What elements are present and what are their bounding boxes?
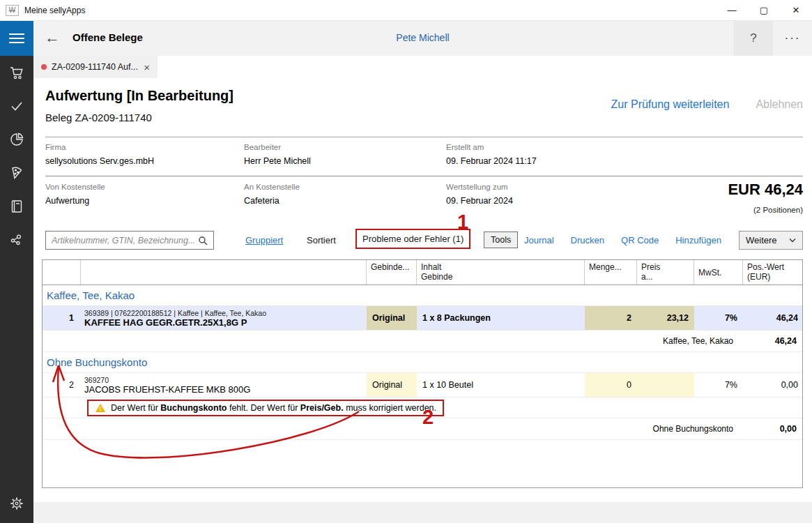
journal-link[interactable]: Journal [524, 235, 554, 245]
user-name[interactable]: Pete Michell [33, 32, 812, 43]
annotation-number-1: 1 [457, 211, 468, 234]
divider [45, 137, 803, 137]
document-total: EUR 46,24 [728, 181, 803, 199]
table-empty-area [43, 440, 802, 487]
chevron-down-icon [789, 238, 796, 243]
header-mwst[interactable]: MwSt. [694, 260, 743, 285]
pie-chart-icon[interactable] [0, 123, 33, 156]
field-wertstellung-zum: Wertstellung zum 09. Februar 2024 [446, 183, 513, 206]
item-meta: 369389 | 07622200188512 | Kaffee | Kaffe… [84, 309, 266, 317]
problems-filter-annotated[interactable]: Probleme oder Fehler (1) [355, 229, 470, 249]
table-row-2[interactable]: 2 369270 JACOBS FRUEHST-KAFFEE MKB 800G … [43, 373, 802, 397]
forward-for-review-button[interactable]: Zur Prüfung weiterleiten [611, 98, 730, 111]
position-count: (2 Positionen) [753, 206, 803, 214]
divider [45, 176, 803, 176]
tab-label: ZA-0209-111740 Auf... [52, 62, 138, 72]
header-gebinde[interactable]: Gebinde... [367, 260, 417, 285]
print-link[interactable]: Drucken [571, 235, 604, 245]
cell-preis[interactable] [637, 373, 694, 397]
more-actions-dropdown[interactable]: Weitere [739, 231, 803, 250]
header-cell-empty [43, 260, 81, 285]
app-window: W Meine sellyApps — ▢ ✕ [0, 0, 812, 523]
sidebar [0, 21, 33, 523]
article-search-input[interactable]: Artikelnummer, GTIN, Bezeichnung... [45, 231, 214, 250]
app-logo-icon: W [6, 5, 19, 16]
cart-icon[interactable] [0, 56, 33, 89]
pizza-icon[interactable] [0, 156, 33, 190]
cell-mwst: 7% [694, 306, 743, 330]
document-detail: Aufwertung [In Bearbeitung] Beleg ZA-020… [33, 78, 812, 523]
cell-gebinde[interactable]: Original [367, 373, 417, 397]
field-bearbeiter: Bearbeiter Herr Pete Michell [244, 143, 311, 166]
document-title: Aufwertung [In Bearbeitung] [45, 88, 233, 104]
sorted-toggle[interactable]: Sortiert [307, 235, 336, 245]
header-preis[interactable]: Preis a... [637, 260, 694, 285]
settings-gear-icon[interactable] [0, 488, 33, 519]
field-von-kostenstelle: Von Kostenstelle Aufwertung [45, 183, 105, 206]
annotation-number-2: 2 [422, 406, 434, 429]
window-titlebar: W Meine sellyApps — ▢ ✕ [0, 0, 812, 21]
close-button[interactable]: ✕ [780, 0, 812, 21]
group-header-ohne-buchungskonto[interactable]: Ohne Buchungskonto [43, 352, 802, 373]
hamburger-menu-icon[interactable] [0, 21, 33, 56]
check-icon[interactable] [0, 89, 33, 123]
header-pos-wert[interactable]: Pos.-Wert (EUR) [743, 260, 804, 285]
add-link[interactable]: Hinzufügen [675, 235, 721, 245]
header-menge[interactable]: Menge... [585, 260, 637, 285]
positions-table: Gebinde... Inhalt Gebinde Menge... Preis… [42, 259, 803, 488]
warning-triangle-icon: ! [95, 403, 106, 413]
field-firma: Firma sellysolutions Serv.ges.mbH [45, 143, 154, 166]
unsaved-dot-icon [41, 64, 47, 70]
footer-strip [33, 502, 812, 523]
cell-gebinde[interactable]: Original [367, 306, 417, 330]
cell-pos-wert: 0,00 [743, 373, 804, 397]
book-icon[interactable] [0, 190, 33, 223]
cell-menge[interactable]: 0 [585, 373, 637, 397]
share-icon[interactable] [0, 223, 33, 257]
svg-text:!: ! [100, 405, 102, 412]
table-row-1[interactable]: 1 369389 | 07622200188512 | Kaffee | Kaf… [43, 306, 802, 331]
cell-menge[interactable]: 2 [585, 306, 637, 330]
tab-close-icon[interactable]: × [144, 61, 150, 73]
cell-preis[interactable]: 23,12 [637, 306, 694, 330]
document-tab[interactable]: ZA-0209-111740 Auf... × [33, 56, 158, 78]
warning-text: Der Wert für Buchungskonto fehlt. Der We… [111, 403, 436, 413]
search-placeholder: Artikelnummer, GTIN, Bezeichnung... [52, 236, 198, 245]
reject-button[interactable]: Ablehnen [756, 98, 803, 111]
window-title: Meine sellyApps [24, 6, 85, 15]
maximize-button[interactable]: ▢ [748, 0, 780, 21]
more-actions-label: Weitere [746, 235, 777, 245]
problems-filter-label: Probleme oder Fehler (1) [362, 234, 464, 244]
item-meta: 369270 [84, 376, 109, 384]
cell-inhalt[interactable]: 1 x 10 Beutel [417, 373, 585, 397]
item-name: JACOBS FRUEHST-KAFFEE MKB 800G [84, 384, 250, 395]
header-cell-empty [81, 260, 367, 285]
help-icon[interactable]: ? [734, 21, 773, 56]
window-controls: — ▢ ✕ [716, 0, 812, 21]
app-header: ← Offene Belege Pete Michell ? ··· [33, 21, 812, 56]
cell-pos-wert: 46,24 [743, 306, 804, 330]
tools-button[interactable]: Tools [484, 232, 518, 248]
header-inhalt-gebinde[interactable]: Inhalt Gebinde [417, 260, 585, 285]
search-icon [198, 236, 208, 245]
field-an-kostenstelle: An Kostenstelle Cafeteria [244, 183, 300, 206]
field-erstellt-am: Erstellt am 09. Februar 2024 11:17 [446, 143, 537, 166]
table-header-row: Gebinde... Inhalt Gebinde Menge... Preis… [43, 260, 802, 285]
validation-warning: ! Der Wert für Buchungskonto fehlt. Der … [87, 400, 444, 416]
item-name: KAFFEE HAG GEGR.GETR.25X1,8G P [84, 317, 247, 328]
cell-mwst: 7% [694, 373, 743, 397]
qr-code-link[interactable]: QR Code [621, 235, 659, 245]
group-subtotal-kaffee: Kaffee, Tee, Kakao 46,24 [43, 331, 802, 352]
minimize-button[interactable]: — [716, 0, 748, 21]
cell-inhalt[interactable]: 1 x 8 Packungen [417, 306, 585, 330]
grouped-toggle[interactable]: Gruppiert [245, 235, 283, 245]
document-subtitle: Beleg ZA-0209-111740 [45, 112, 152, 123]
more-options-icon[interactable]: ··· [773, 21, 812, 56]
group-header-kaffee[interactable]: Kaffee, Tee, Kakao [43, 285, 802, 306]
